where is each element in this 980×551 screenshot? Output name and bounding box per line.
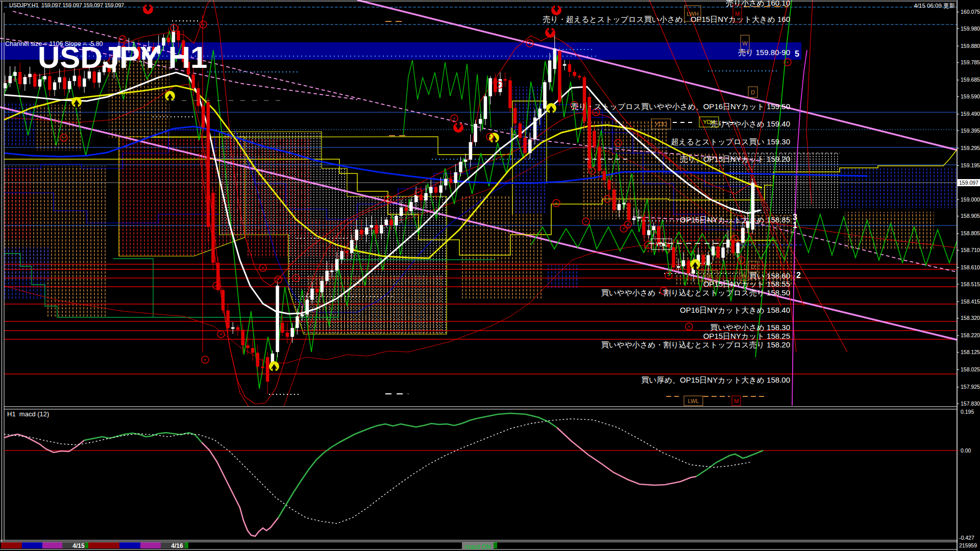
svg-text:157.925: 157.925: [961, 384, 980, 390]
svg-text:0.00: 0.00: [961, 447, 971, 454]
svg-text:2: 2: [796, 271, 801, 280]
svg-text:売り小さめ 160.10: 売り小さめ 160.10: [726, 0, 790, 7]
svg-text:159.880: 159.880: [961, 43, 980, 49]
svg-text:D: D: [751, 264, 755, 270]
svg-text:160.075: 160.075: [961, 9, 980, 15]
svg-text:158.025: 158.025: [961, 366, 980, 372]
svg-text:159.195: 159.195: [961, 162, 980, 168]
svg-text:158.710: 158.710: [961, 247, 980, 253]
svg-text:158.125: 158.125: [961, 349, 980, 355]
svg-text:売り 159.80-90: 売り 159.80-90: [738, 48, 790, 57]
svg-text:超えるとストップロス買い 159.30: 超えるとストップロス買い 159.30: [671, 137, 790, 146]
svg-text:158.220: 158.220: [961, 332, 980, 338]
svg-text:買い厚め、OP15日NYカット大きめ 158.00: 買い厚め、OP15日NYカット大きめ 158.00: [641, 375, 790, 384]
svg-text:macd ON: macd ON: [465, 543, 491, 550]
svg-text:W: W: [741, 272, 747, 279]
svg-text:159.097: 159.097: [959, 180, 978, 186]
svg-text:買いやや小さめ・割り込むとストップロス売り 158.50: 買いやや小さめ・割り込むとストップロス売り 158.50: [601, 288, 790, 297]
svg-text:LWL: LWL: [688, 398, 699, 404]
svg-text:USDJPY,H1 159.097 159.097 159: USDJPY,H1 159.097 159.097 159.097 159.09…: [9, 2, 124, 8]
svg-text:OP16日NYカット大きめ 158.40: OP16日NYカット大きめ 158.40: [680, 306, 790, 314]
svg-text:YDH: YDH: [703, 119, 715, 125]
svg-text:159.685: 159.685: [961, 77, 980, 83]
svg-text:159.980: 159.980: [961, 26, 980, 32]
svg-text:買い 158.60: 買い 158.60: [749, 271, 790, 280]
svg-text:159.490: 159.490: [961, 111, 980, 117]
svg-text:売り・ストップロス買いやや小さめ、OP16日NYカット 15: 売り・ストップロス買いやや小さめ、OP16日NYカット 159.50: [571, 102, 790, 111]
svg-text:158.610: 158.610: [961, 264, 980, 270]
svg-text:-0.427: -0.427: [959, 535, 974, 541]
svg-text:USDJPY H1: USDJPY H1: [38, 40, 207, 74]
svg-text:買いやや小さめ 158.30: 買いやや小さめ 158.30: [710, 323, 790, 332]
svg-text:YDL: YDL: [703, 273, 714, 279]
svg-text:159.000: 159.000: [961, 196, 980, 203]
svg-text:159.785: 159.785: [961, 59, 980, 65]
svg-text:売りやや小さめ 159.40: 売りやや小さめ 159.40: [710, 119, 790, 128]
svg-text:M: M: [735, 11, 740, 17]
svg-text:YDO: YDO: [655, 121, 667, 127]
svg-text:YDC: YDC: [655, 241, 667, 247]
svg-text:0.195: 0.195: [961, 409, 974, 415]
svg-text:W: W: [742, 40, 748, 46]
svg-text:158.905: 158.905: [961, 213, 980, 219]
svg-text:159.590: 159.590: [961, 93, 980, 99]
svg-text:1: 1: [793, 221, 797, 230]
svg-text:D: D: [751, 89, 755, 95]
svg-text:LWH: LWH: [687, 11, 699, 17]
svg-text:5: 5: [795, 49, 799, 58]
svg-text:4/15: 4/15: [72, 542, 85, 549]
svg-text:買いやや小さめ・割り込むとストップロス売り 158.20: 買いやや小さめ・割り込むとストップロス売り 158.20: [601, 340, 790, 349]
svg-text:M: M: [734, 398, 739, 404]
svg-text:売り、OP15日NYカット 159.20: 売り、OP15日NYカット 159.20: [680, 155, 790, 163]
svg-text:159.395: 159.395: [961, 128, 980, 134]
svg-text:4/16: 4/16: [171, 542, 183, 549]
svg-text:157.830: 157.830: [961, 400, 980, 407]
svg-text:4/15 06:09 更新: 4/15 06:09 更新: [914, 3, 955, 9]
svg-text:158.515: 158.515: [961, 281, 980, 287]
svg-text:OP15日NYカット大きめ 158.85: OP15日NYカット大きめ 158.85: [680, 215, 790, 224]
svg-text:215959: 215959: [959, 542, 977, 548]
svg-text:売り・超えるとストップロス買い小さめ、OP15日NYカット大: 売り・超えるとストップロス買い小さめ、OP15日NYカット大きめ 160: [543, 15, 790, 23]
svg-text:158.805: 158.805: [961, 230, 980, 236]
svg-text:OP15日NYカット 158.25: OP15日NYカット 158.25: [703, 332, 790, 340]
svg-text:158.320: 158.320: [961, 315, 980, 321]
svg-text:H1 macd (12): H1 macd (12): [7, 410, 49, 418]
svg-text:158.415: 158.415: [961, 298, 980, 305]
svg-text:3: 3: [793, 213, 797, 221]
svg-text:159.295: 159.295: [961, 145, 980, 151]
